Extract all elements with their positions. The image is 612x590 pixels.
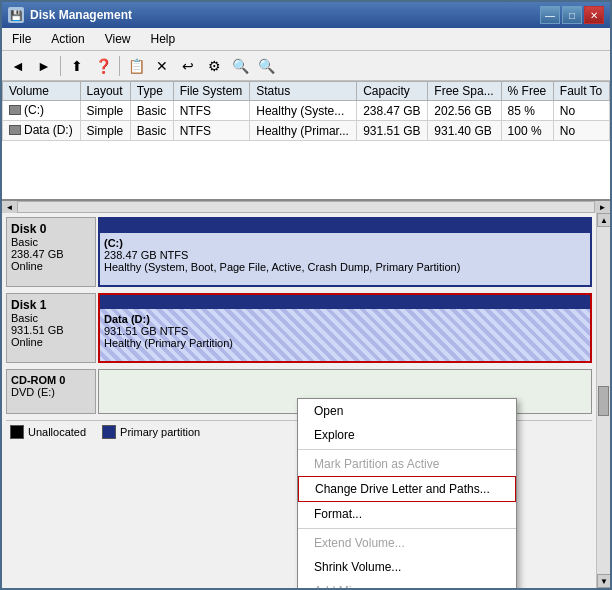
- properties-button[interactable]: 📋: [124, 54, 148, 78]
- ctx-open[interactable]: Open: [298, 399, 516, 423]
- scroll-left[interactable]: ◄: [2, 201, 18, 213]
- volume-table: Volume Layout Type File System Status Ca…: [2, 81, 610, 141]
- disk1-partition-info: Data (D:) 931.51 GB NTFS Healthy (Primar…: [104, 313, 586, 349]
- disk1-partition-header: [100, 295, 590, 309]
- menu-help[interactable]: Help: [145, 30, 182, 48]
- menu-bar: File Action View Help: [2, 28, 610, 51]
- ctx-add-mirror: Add Mirror...: [298, 579, 516, 588]
- ctx-sep-1: [298, 449, 516, 450]
- disk1-label: Disk 1 Basic 931.51 GB Online: [6, 293, 96, 363]
- toolbar: ◄ ► ⬆ ❓ 📋 ✕ ↩ ⚙ 🔍 🔍: [2, 51, 610, 81]
- delete-button[interactable]: ✕: [150, 54, 174, 78]
- col-status: Status: [250, 82, 357, 101]
- ctx-mark-active: Mark Partition as Active: [298, 452, 516, 476]
- window-title: Disk Management: [30, 8, 132, 22]
- disk0-row: Disk 0 Basic 238.47 GB Online (C:) 238.4…: [6, 217, 592, 287]
- scroll-right[interactable]: ►: [594, 201, 610, 213]
- disk0-partition-info: (C:) 238.47 GB NTFS Healthy (System, Boo…: [104, 237, 586, 273]
- legend-unallocated: Unallocated: [10, 425, 86, 439]
- scroll-thumb[interactable]: [598, 386, 609, 416]
- disk0-partition-header: [100, 219, 590, 233]
- legend-primary-box: [102, 425, 116, 439]
- disk0-partition[interactable]: (C:) 238.47 GB NTFS Healthy (System, Boo…: [98, 217, 592, 287]
- refresh-button[interactable]: ↩: [176, 54, 200, 78]
- menu-view[interactable]: View: [99, 30, 137, 48]
- cell-volume: Data (D:): [3, 121, 81, 141]
- menu-file[interactable]: File: [6, 30, 37, 48]
- ctx-extend: Extend Volume...: [298, 531, 516, 555]
- col-layout: Layout: [80, 82, 130, 101]
- menu-action[interactable]: Action: [45, 30, 90, 48]
- title-buttons: — □ ✕: [540, 6, 604, 24]
- zoom2-button[interactable]: 🔍: [254, 54, 278, 78]
- forward-button[interactable]: ►: [32, 54, 56, 78]
- disk1-row: Disk 1 Basic 931.51 GB Online Data (D:) …: [6, 293, 592, 363]
- ctx-explore[interactable]: Explore: [298, 423, 516, 447]
- right-scrollbar[interactable]: ▲ ▼: [596, 213, 610, 588]
- toolbar-separator-1: [60, 56, 61, 76]
- table-row[interactable]: (C:) Simple Basic NTFS Healthy (Syste...…: [3, 101, 610, 121]
- zoom-button[interactable]: 🔍: [228, 54, 252, 78]
- up-button[interactable]: ⬆: [65, 54, 89, 78]
- cell-volume: (C:): [3, 101, 81, 121]
- disk-area: Disk 0 Basic 238.47 GB Online (C:) 238.4…: [2, 213, 596, 588]
- scroll-up[interactable]: ▲: [597, 213, 610, 227]
- help-button[interactable]: ❓: [91, 54, 115, 78]
- maximize-button[interactable]: □: [562, 6, 582, 24]
- legend-unallocated-box: [10, 425, 24, 439]
- scroll-down[interactable]: ▼: [597, 574, 610, 588]
- ctx-shrink[interactable]: Shrink Volume...: [298, 555, 516, 579]
- h-scrollbar[interactable]: ◄ ►: [2, 201, 610, 213]
- disk-panel: Disk 0 Basic 238.47 GB Online (C:) 238.4…: [2, 213, 610, 588]
- toolbar-separator-2: [119, 56, 120, 76]
- col-filesystem: File System: [173, 82, 250, 101]
- ctx-sep-2: [298, 528, 516, 529]
- context-menu: Open Explore Mark Partition as Active Ch…: [297, 398, 517, 588]
- disk1-partition[interactable]: Data (D:) 931.51 GB NTFS Healthy (Primar…: [98, 293, 592, 363]
- close-button[interactable]: ✕: [584, 6, 604, 24]
- col-volume: Volume: [3, 82, 81, 101]
- title-bar-left: 💾 Disk Management: [8, 7, 132, 23]
- cdrom0-label: CD-ROM 0 DVD (E:): [6, 369, 96, 414]
- col-fault: Fault To: [553, 82, 609, 101]
- window-icon: 💾: [8, 7, 24, 23]
- back-button[interactable]: ◄: [6, 54, 30, 78]
- col-type: Type: [130, 82, 173, 101]
- table-row[interactable]: Data (D:) Simple Basic NTFS Healthy (Pri…: [3, 121, 610, 141]
- legend-primary: Primary partition: [102, 425, 200, 439]
- ctx-change-drive-letter[interactable]: Change Drive Letter and Paths...: [298, 476, 516, 502]
- col-free: Free Spa...: [428, 82, 501, 101]
- col-capacity: Capacity: [357, 82, 428, 101]
- volume-table-panel: Volume Layout Type File System Status Ca…: [2, 81, 610, 201]
- settings-button[interactable]: ⚙: [202, 54, 226, 78]
- ctx-format[interactable]: Format...: [298, 502, 516, 526]
- main-window: 💾 Disk Management — □ ✕ File Action View…: [0, 0, 612, 590]
- disk0-label: Disk 0 Basic 238.47 GB Online: [6, 217, 96, 287]
- col-pctfree: % Free: [501, 82, 553, 101]
- title-bar: 💾 Disk Management — □ ✕: [2, 2, 610, 28]
- minimize-button[interactable]: —: [540, 6, 560, 24]
